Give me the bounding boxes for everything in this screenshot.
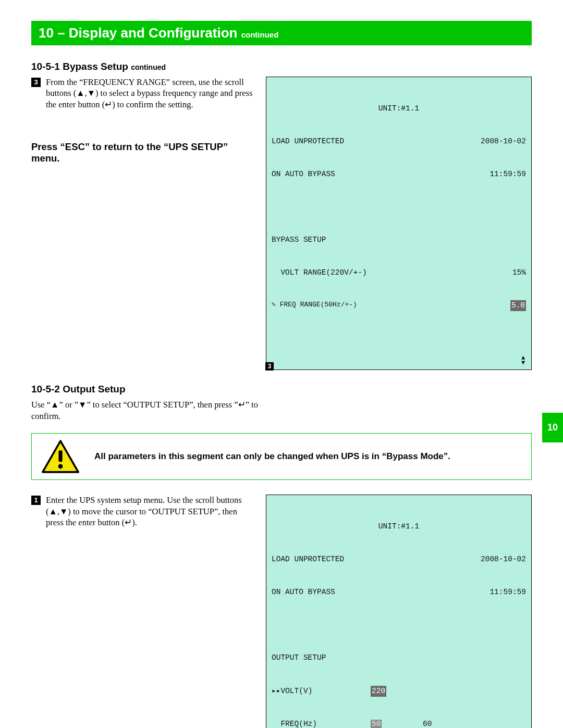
step-number: 1 (31, 496, 41, 505)
section-2-intro: Use “▲” or ”▼” to select “OUTPUT SETUP”,… (31, 399, 271, 422)
step-3: 3 From the “FREQUENCY RANGE” screen, use… (31, 77, 255, 110)
section-tab: 10 (542, 413, 563, 442)
chapter-header: 10 – Display and Configuration continued (31, 21, 532, 45)
svg-rect-1 (58, 451, 62, 462)
warning-box: All parameters in this segment can only … (31, 433, 532, 480)
warning-text: All parameters in this segment can only … (94, 451, 450, 462)
step-text: From the “FREQUENCY RANGE” screen, use t… (46, 77, 255, 110)
screen-unit: UNIT:#1.1 (272, 103, 526, 114)
screen-unit: UNIT:#1.1 (272, 521, 526, 532)
warning-icon (41, 440, 80, 473)
step-1: 1 Enter the UPS system setup menu. Use t… (31, 495, 255, 528)
step-number: 3 (31, 78, 41, 87)
section-1-title: 10-5-1 Bypass Setup continued (31, 61, 532, 72)
svg-point-2 (58, 464, 63, 469)
step-text: Enter the UPS system setup menu. Use the… (46, 495, 255, 528)
section-2-title: 10-5-2 Output Setup (31, 384, 532, 395)
lcd-screen-output: UNIT:#1.1 LOAD UNPROTECTED2008-10-02 ON … (266, 495, 532, 728)
chapter-title: 10 – Display and Configuration (39, 25, 237, 41)
chapter-continued: continued (241, 30, 279, 39)
lcd-screen-bypass: UNIT:#1.1 LOAD UNPROTECTED2008-10-02 ON … (266, 77, 532, 370)
screen-caption: 3 (265, 362, 274, 371)
scroll-indicator-icon: ▴▾ (520, 355, 526, 366)
esc-note: Press “ESC” to return to the “UPS SETUP”… (31, 141, 255, 164)
